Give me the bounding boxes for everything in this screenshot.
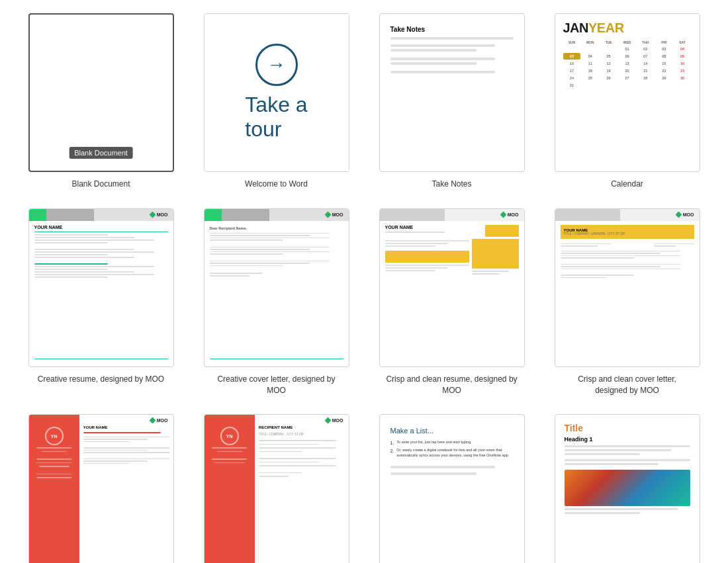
journal-image xyxy=(565,470,690,506)
crisp-cover-label: Crisp and clean cover letter, designed b… xyxy=(561,374,694,396)
moo-diamond-icon-cover xyxy=(324,211,331,218)
template-journal[interactable]: Title Heading 1 Write a Journal xyxy=(546,414,708,563)
moo-diamond-icon xyxy=(149,211,156,218)
creative-resume-label: Creative resume, designed by MOO xyxy=(38,374,164,385)
polished-cover-initials: YN xyxy=(220,427,239,445)
journal-thumb: Title Heading 1 xyxy=(555,414,700,563)
blank-thumb: Blank Document xyxy=(28,13,174,172)
crisp-yellow-box xyxy=(485,225,519,237)
crisp-cover-content: YOUR NAME TITLE / COMPANY · LINKEDIN · C… xyxy=(555,221,700,367)
creative-cover-content: Dear Recipient Name, xyxy=(205,221,349,359)
creative-cover-footer-bar xyxy=(210,359,343,367)
template-grid: Blank Document Blank Document → Take ato… xyxy=(20,13,708,563)
crisp-cover-thumb: MOO YOUR NAME TITLE / COMPANY · LINKEDIN… xyxy=(555,208,700,367)
calendar-grid: SUN MON TUE WED THU FRI SAT 01 02 03 04 … xyxy=(563,40,692,89)
calendar-header: JANYEAR xyxy=(563,21,692,36)
moo-logo-creative-cover: MOO xyxy=(326,212,343,217)
blank-badge: Blank Document xyxy=(69,147,133,159)
journal-h1-text: Heading 1 xyxy=(565,436,593,443)
creative-resume-thumb: MOO YOUR NAME xyxy=(28,208,174,367)
moo-text: MOO xyxy=(157,212,168,217)
cover-recipient: Dear Recipient Name, xyxy=(210,226,343,230)
template-crisp-cover[interactable]: MOO YOUR NAME TITLE / COMPANY · LINKEDIN… xyxy=(546,208,708,396)
template-polished-resume[interactable]: MOO YN YOUR NAME xyxy=(20,414,182,563)
calendar-thumb: JANYEAR SUN MON TUE WED THU FRI SAT 01 0… xyxy=(555,13,700,172)
creative-resume-footer-bar xyxy=(34,359,168,367)
crisp-resume-content: YOUR NAME xyxy=(380,221,524,367)
polished-cover-thumb: MOO YN RECIPIENT NAME TITLE / COMPANY · … xyxy=(204,414,349,563)
crisp-side-box xyxy=(472,239,519,269)
month-text: JAN xyxy=(563,21,589,35)
notes-title: Take Notes xyxy=(390,26,426,33)
template-creative-cover[interactable]: MOO Dear Recipient Name, xyxy=(195,208,357,396)
crisp-cover-yellow-top: YOUR NAME TITLE / COMPANY · LINKEDIN · C… xyxy=(561,225,694,239)
creative-resume-name: YOUR NAME xyxy=(34,225,168,230)
template-notes[interactable]: Take Notes Take Notes xyxy=(371,13,533,190)
template-crisp-resume[interactable]: MOO YOUR NAME xyxy=(371,208,533,396)
notes-label: Take Notes xyxy=(432,179,471,190)
blank-label: Blank Document xyxy=(71,179,130,190)
polished-cover-right-panel: RECIPIENT NAME TITLE / COMPANY · CITY, S… xyxy=(255,415,349,563)
moo-logo-polished-cover: MOO xyxy=(326,418,343,423)
journal-title-text: Title xyxy=(565,423,584,433)
make-list-thumb: Make a List... 1. To write your list, ju… xyxy=(379,414,525,563)
tour-text: Take atour xyxy=(245,93,307,142)
polished-resume-right-panel: YOUR NAME xyxy=(79,415,173,563)
tour-arrow-icon: → xyxy=(255,44,298,86)
make-list-title: Make a List... xyxy=(390,427,433,435)
moo-logo-crisp-cover: MOO xyxy=(676,212,694,217)
template-polished-cover[interactable]: MOO YN RECIPIENT NAME TITLE / COMPANY · … xyxy=(195,414,357,563)
template-creative-resume[interactable]: MOO YOUR NAME xyxy=(20,208,182,396)
template-calendar[interactable]: JANYEAR SUN MON TUE WED THU FRI SAT 01 0… xyxy=(546,13,708,190)
polished-initials: YN xyxy=(45,427,64,445)
polished-resume-left-panel: YN xyxy=(29,415,79,563)
creative-cover-label: Creative cover letter, designed by MOO xyxy=(210,374,343,396)
tour-thumb: → Take atour xyxy=(204,13,349,172)
polished-cover-left-panel: YN xyxy=(205,415,255,563)
year-text: YEAR xyxy=(588,21,624,35)
creative-cover-thumb: MOO Dear Recipient Name, xyxy=(204,208,349,367)
template-blank[interactable]: Blank Document Blank Document xyxy=(20,13,182,190)
moo-logo-crisp-resume: MOO xyxy=(501,212,519,217)
moo-text-cover: MOO xyxy=(332,212,343,217)
template-tour[interactable]: → Take atour Welcome to Word xyxy=(195,13,357,190)
calendar-label: Calendar xyxy=(611,179,643,190)
moo-logo-creative-resume: MOO xyxy=(150,212,168,217)
moo-logo-polished-resume: MOO xyxy=(150,418,168,423)
crisp-resume-label: Crisp and clean resume, designed by MOO xyxy=(386,374,518,396)
creative-resume-content: YOUR NAME xyxy=(29,221,173,359)
polished-resume-thumb: MOO YN YOUR NAME xyxy=(28,414,174,563)
tour-label: Welcome to Word xyxy=(245,179,308,190)
crisp-resume-thumb: MOO YOUR NAME xyxy=(379,208,525,367)
notes-thumb: Take Notes xyxy=(379,13,525,172)
template-make-list[interactable]: Make a List... 1. To write your list, ju… xyxy=(371,414,533,563)
